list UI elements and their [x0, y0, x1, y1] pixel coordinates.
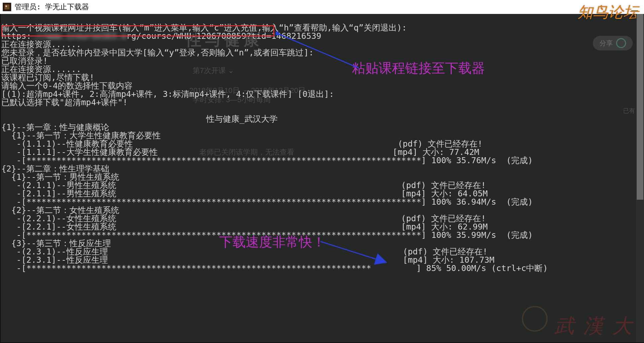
terminal-scrollbar[interactable]: [636, 14, 644, 342]
window-titlebar: 管理员: 学无止下载器 _: [0, 0, 644, 14]
app-icon: [3, 3, 11, 11]
svg-rect-1: [6, 6, 7, 7]
url-input-line: https:.//www.icourse163.org/course/WHU-1…: [1, 31, 321, 41]
window-title: 管理员: 学无止下载器: [15, 2, 89, 12]
terminal-line: 您未登录，是否在软件内登录中国大学[输入“y”登录,否则输入“n”,或者回车跳过…: [1, 48, 314, 57]
terminal-line: -[**************************************…: [1, 263, 548, 273]
minimize-button[interactable]: _: [631, 1, 638, 8]
scrollbar-thumb[interactable]: [637, 14, 643, 200]
terminal-line: 已默认选择下载"超清mp4+课件"!: [1, 98, 128, 107]
terminal-output[interactable]: 输入一个视频课程网址并按回车(输入“m”进入菜单,输入“c”进入充值,输入“h”…: [1, 14, 643, 342]
